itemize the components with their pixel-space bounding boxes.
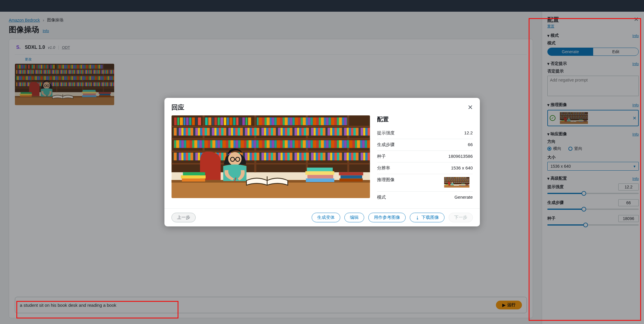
- cfg-row-refimg: 推理图像: [377, 174, 473, 192]
- generate-variants-button[interactable]: 生成变体: [312, 213, 340, 222]
- cfg-row-steps: 生成步骤66: [377, 139, 473, 151]
- cfg-row-prompt-strength: 提示强度12.2: [377, 127, 473, 139]
- response-modal: 回应 ✕ 配置 提示强度12.2 生成步骤66 种子1809613586 分辨率…: [164, 98, 480, 226]
- cfg-row-seed: 种子1809613586: [377, 151, 473, 162]
- modal-image: [171, 115, 370, 203]
- download-icon: ⭳: [415, 215, 420, 220]
- prev-button[interactable]: 上一步: [171, 213, 196, 222]
- use-as-reference-button[interactable]: 用作参考图像: [368, 213, 406, 222]
- modal-config-title: 配置: [377, 115, 473, 123]
- modal-title: 回应: [171, 103, 184, 112]
- close-icon[interactable]: ✕: [468, 104, 473, 111]
- edit-button[interactable]: 编辑: [344, 213, 364, 222]
- download-button[interactable]: ⭳ 下载图像: [410, 213, 445, 222]
- reference-image-thumb: [441, 177, 473, 188]
- cfg-row-mode: 模式Generate: [377, 192, 473, 203]
- next-button: 下一步: [449, 213, 473, 222]
- cfg-row-resolution: 分辨率1536 x 640: [377, 162, 473, 174]
